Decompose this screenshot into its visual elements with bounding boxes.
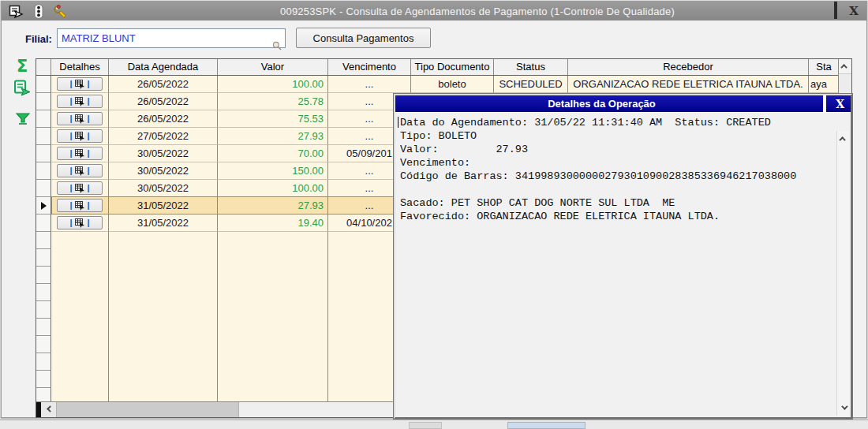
detalhes-button[interactable]: | | xyxy=(57,112,103,125)
chevron-up-icon xyxy=(839,136,845,143)
maximize-button[interactable] xyxy=(834,4,837,18)
window-title: 009253SPK - Consulta de Agendamentos de … xyxy=(2,6,866,17)
detalhes-button[interactable]: | | xyxy=(57,199,103,212)
dialog-text[interactable]: Data do Agendamento: 31/05/22 11:31:40 A… xyxy=(400,116,833,414)
detalhes-button[interactable]: | | xyxy=(57,95,103,108)
wrench-icon[interactable] xyxy=(54,5,68,18)
grid-cursor-icon xyxy=(75,184,85,193)
cell-valor: 27.93 xyxy=(218,128,328,145)
cell-valor: 19.40 xyxy=(218,214,328,232)
grid-cursor-icon xyxy=(75,132,85,141)
sum-sigma-icon[interactable]: Σ xyxy=(17,58,28,75)
header-tipo-documento[interactable]: Tipo Documento xyxy=(411,59,494,75)
row-indicator-cell xyxy=(36,93,51,110)
header-vencimento[interactable]: Vencimento xyxy=(328,59,411,75)
filial-input[interactable] xyxy=(57,28,286,48)
dialog-scroll-up-button[interactable] xyxy=(837,132,849,145)
detalhes-cell: | | xyxy=(51,76,109,93)
dialog-title: Detalhes da Operação xyxy=(395,98,808,110)
row-indicator-cell xyxy=(36,319,51,336)
app-window: 009253SPK - Consulta de Agendamentos de … xyxy=(1,1,867,418)
dialog-body: Data do Agendamento: 31/05/22 11:31:40 A… xyxy=(395,112,851,417)
window-titlebar: 009253SPK - Consulta de Agendamentos de … xyxy=(2,2,866,21)
dialog-maximize-button[interactable] xyxy=(823,97,826,111)
row-indicator-cell xyxy=(36,301,51,319)
detalhes-button[interactable]: | | xyxy=(57,164,103,177)
header-status[interactable]: Status xyxy=(494,59,568,75)
header-detalhes[interactable]: Detalhes xyxy=(51,59,109,75)
cell-valor: 70.00 xyxy=(218,145,328,162)
header-data-agendada[interactable]: Data Agendada xyxy=(109,59,218,75)
cell-valor xyxy=(218,284,328,301)
traffic-light-icon[interactable] xyxy=(34,4,43,19)
cell-data-agendada xyxy=(109,301,218,319)
close-button[interactable]: X xyxy=(849,6,859,17)
cell-data-agendada: 26/05/2022 xyxy=(109,110,218,128)
cell-data-agendada: 27/05/2022 xyxy=(109,128,218,145)
background-window-fragment xyxy=(507,422,586,429)
row-indicator-cell xyxy=(36,388,51,401)
consulta-pagamentos-button[interactable]: Consulta Pagamentos xyxy=(296,28,431,48)
detalhes-cell xyxy=(51,301,109,319)
dialog-text-line: Tipo: BOLETO xyxy=(400,129,833,143)
detalhes-cell xyxy=(51,371,109,388)
filter-funnel-icon[interactable] xyxy=(16,113,30,128)
grid-cursor-icon xyxy=(75,80,85,89)
cell-valor xyxy=(218,319,328,336)
detalhes-cell: | | xyxy=(51,197,109,214)
lookup-magnifier-icon[interactable] xyxy=(272,39,282,54)
cell-data-agendada xyxy=(109,232,218,249)
cell-sta: aya xyxy=(809,76,840,93)
dialog-text-line: Data do Agendamento: 31/05/22 11:31:40 A… xyxy=(400,116,833,129)
cell-data-agendada xyxy=(109,249,218,267)
cell-data-agendada xyxy=(109,319,218,336)
scroll-up-button[interactable] xyxy=(839,59,851,74)
chevron-down-icon xyxy=(841,403,847,409)
detalhes-cell: | | xyxy=(51,214,109,232)
pipe-glyph: | xyxy=(69,201,72,210)
cell-valor xyxy=(218,232,328,249)
scroll-left-button[interactable] xyxy=(41,402,56,417)
detalhes-button[interactable]: | | xyxy=(57,147,103,160)
row-indicator-cell xyxy=(36,353,51,371)
row-indicator-cell xyxy=(36,197,51,214)
pipe-glyph: | xyxy=(88,149,90,158)
cell-data-agendada xyxy=(109,353,218,371)
background-window-fragment xyxy=(409,422,442,429)
cell-data-agendada xyxy=(109,284,218,301)
export-grid-icon[interactable] xyxy=(13,80,32,99)
detalhes-cell: | | xyxy=(51,180,109,197)
pipe-glyph: | xyxy=(88,114,90,123)
dialog-text-line: Código de Barras: 3419989300000027930109… xyxy=(400,170,833,183)
detalhes-button[interactable]: | | xyxy=(57,77,103,91)
header-valor[interactable]: Valor xyxy=(218,59,328,75)
cell-valor: 25.78 xyxy=(218,93,328,110)
dialog-close-button[interactable]: X xyxy=(836,99,844,110)
cell-data-agendada xyxy=(109,388,218,401)
dialog-scroll-down-button[interactable] xyxy=(837,401,849,414)
cell-valor: 75.53 xyxy=(218,110,328,128)
detalhes-button[interactable]: | | xyxy=(57,181,103,195)
cell-data-agendada xyxy=(109,336,218,353)
table-row[interactable]: | | 26/05/2022 100.00 ... boleto SCHEDUL… xyxy=(36,76,851,93)
row-indicator-cell xyxy=(36,267,51,284)
header-sta[interactable]: Sta xyxy=(809,59,840,75)
detalhes-cell xyxy=(51,336,109,353)
header-recebedor[interactable]: Recebedor xyxy=(568,59,809,75)
horizontal-scroll-thumb[interactable] xyxy=(56,402,239,417)
detalhes-button[interactable]: | | xyxy=(57,216,103,229)
cell-valor xyxy=(218,388,328,401)
detalhes-cell xyxy=(51,249,109,267)
detalhes-cell: | | xyxy=(51,145,109,162)
dialog-scrollbar[interactable] xyxy=(836,131,849,416)
export-form-icon[interactable] xyxy=(9,5,24,18)
row-indicator-cell xyxy=(36,214,51,232)
detalhes-button[interactable]: | | xyxy=(57,129,103,143)
cell-valor xyxy=(218,336,328,353)
row-indicator-cell xyxy=(36,180,51,197)
pipe-glyph: | xyxy=(88,132,90,140)
pipe-glyph: | xyxy=(69,218,72,227)
cell-valor xyxy=(218,301,328,319)
grid-cursor-icon xyxy=(75,218,85,228)
detalhes-cell: | | xyxy=(51,128,109,145)
